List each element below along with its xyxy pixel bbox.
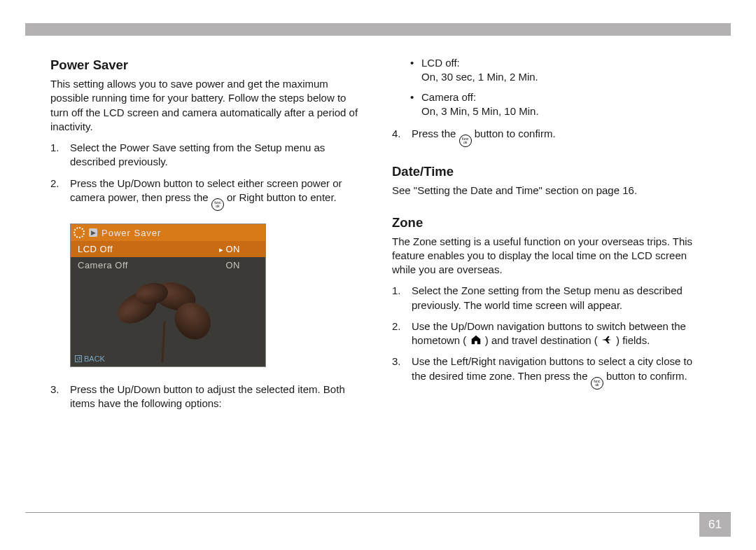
left-column: Power Saver This setting allows you to s… xyxy=(50,56,364,509)
row-lcd-value: ON xyxy=(219,244,240,254)
zone-intro: The Zone setting is a useful function on… xyxy=(392,235,706,277)
flower-image xyxy=(109,279,221,359)
zone-step-3b: button to confirm. xyxy=(606,370,687,382)
footer-divider xyxy=(25,512,731,513)
arrow-icon: ▶ xyxy=(89,228,97,237)
screenshot-row-lcd: LCD Off ON xyxy=(71,241,265,257)
power-step-4: 4. Press the funcok button to confirm. xyxy=(392,127,706,147)
screenshot-row-camera: Camera Off ON xyxy=(71,257,265,273)
power-step-1-text: Select the Power Save setting from the S… xyxy=(70,142,325,167)
bullet-camera-values: On, 3 Min, 5 Min, 10 Min. xyxy=(421,105,539,117)
power-step-3-text: Press the Up/Down button to adjust the s… xyxy=(70,383,345,409)
screenshot-header: ▶ Power Saver xyxy=(71,224,265,241)
zone-step-1: 1.Select the Zone setting from the Setup… xyxy=(392,284,706,312)
date-time-text: See "Setting the Date and Time" section … xyxy=(392,184,706,198)
top-grey-bar xyxy=(25,23,731,36)
heading-power-saver: Power Saver xyxy=(50,57,364,73)
zone-step-2b: ) and travel destination ( xyxy=(485,334,601,346)
zone-step-1-text: Select the Zone setting from the Setup m… xyxy=(412,284,682,310)
power-step-2: 2. Press the Up/Down button to select ei… xyxy=(50,177,364,212)
heading-date-time: Date/Time xyxy=(392,164,706,179)
power-step-1: 1.Select the Power Save setting from the… xyxy=(50,141,364,170)
bullet-lcd-values: On, 30 sec, 1 Min, 2 Min. xyxy=(421,71,538,83)
bullet-lcd-off: LCD off: On, 30 sec, 1 Min, 2 Min. xyxy=(392,56,706,85)
zone-step-2: 2. Use the Up/Down navigation buttons to… xyxy=(392,319,706,348)
zone-step-3: 3. Use the Left/Right navigation buttons… xyxy=(392,355,706,390)
right-column: LCD off: On, 30 sec, 1 Min, 2 Min. Camer… xyxy=(392,56,706,509)
back-label: BACK xyxy=(84,355,105,363)
power-saver-intro: This setting allows you to save power an… xyxy=(50,77,364,134)
page-number: 61 xyxy=(699,513,731,537)
airplane-icon xyxy=(601,334,613,346)
bullet-lcd-label: LCD off: xyxy=(421,57,460,69)
gear-icon xyxy=(74,227,85,238)
zone-step-2c: ) fields. xyxy=(616,334,650,346)
back-arrow-icon: ↺ xyxy=(75,355,82,362)
screenshot-back: ↺ BACK xyxy=(75,355,105,363)
step4-text-b: button to confirm. xyxy=(475,128,556,139)
screenshot-title: Power Saver xyxy=(102,228,161,238)
bullet-camera-label: Camera off: xyxy=(421,91,476,103)
home-icon xyxy=(470,334,482,346)
page-content: Power Saver This setting allows you to s… xyxy=(50,56,706,509)
row-lcd-label: LCD Off xyxy=(78,244,113,254)
row-camera-label: Camera Off xyxy=(78,260,128,270)
camera-lcd-screenshot: ▶ Power Saver LCD Off ON Camera Off ON ↺… xyxy=(70,224,266,367)
row-camera-value: ON xyxy=(226,260,241,270)
step4-text-a: Press the xyxy=(412,128,459,139)
func-ok-icon: funcok xyxy=(459,135,472,147)
power-step-3: 3.Press the Up/Down button to adjust the… xyxy=(50,383,364,411)
func-ok-icon: funcok xyxy=(591,377,603,390)
power-step-2-text-b: or Right button to enter. xyxy=(227,191,337,203)
func-ok-icon: funcok xyxy=(211,198,224,211)
bullet-camera-off: Camera off: On, 3 Min, 5 Min, 10 Min. xyxy=(392,90,706,119)
heading-zone: Zone xyxy=(392,215,706,231)
